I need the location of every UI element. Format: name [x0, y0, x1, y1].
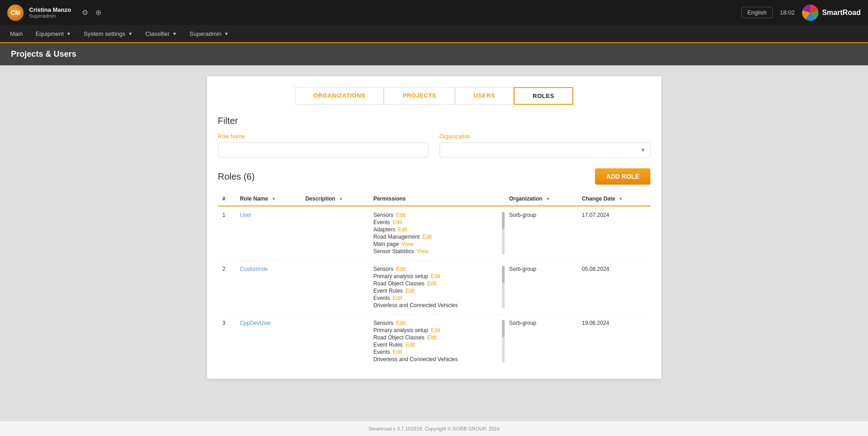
row-change-date: 17.07.2024: [577, 206, 650, 260]
permission-item: Road Object ClassesEdit: [373, 334, 500, 341]
permission-name: Road Object Classes: [373, 280, 425, 287]
top-bar-left: CM Cristina Manzo Superadmin ⚙ ⊕: [7, 5, 103, 21]
permission-item: AdaptersEdit: [373, 226, 500, 233]
table-body: 1UserSensorsEditEventsEditAdaptersEditRo…: [218, 206, 650, 368]
add-role-button[interactable]: ADD ROLE: [595, 168, 650, 185]
role-name-link[interactable]: Customrole: [240, 266, 268, 272]
nav-item-classifier[interactable]: Classifier ▼: [139, 24, 183, 43]
permission-item: Event RulesEdit: [373, 342, 500, 348]
row-number: 1: [218, 206, 236, 260]
permission-name: Primary analysis setup: [373, 327, 428, 333]
nav-item-superadmin[interactable]: Superadmin ▼: [183, 24, 235, 43]
col-organization[interactable]: Organization ▼: [505, 192, 577, 206]
permission-action: View: [417, 248, 428, 255]
role-name-link[interactable]: User: [240, 212, 251, 218]
col-description[interactable]: Description ▼: [301, 192, 369, 206]
role-name-input[interactable]: [218, 142, 429, 157]
permission-name: Event Rules: [373, 288, 403, 294]
permission-action: Edit: [398, 226, 407, 233]
top-bar-icons: ⚙ ⊕: [80, 6, 103, 19]
permission-item: Sensor StatisticsView: [373, 248, 500, 255]
permission-item: Primary analysis setupEdit: [373, 327, 500, 333]
permission-action: Edit: [393, 295, 402, 301]
permission-action: Edit: [396, 212, 406, 218]
organization-select-wrap: ▼: [440, 142, 650, 157]
filter-section: Filter Role Name Organization ▼: [218, 116, 650, 157]
top-bar-right: English 18:02 SmartRoad: [741, 5, 861, 21]
nav-item-system-settings[interactable]: System settings ▼: [77, 24, 139, 43]
row-organization: Sorb-group: [505, 260, 577, 314]
row-change-date: 19.06.2024: [577, 314, 650, 368]
chevron-down-icon: ▼: [224, 31, 228, 36]
row-description: [301, 206, 369, 260]
permission-action: Edit: [431, 273, 441, 279]
permission-item: SensorsEdit: [373, 212, 500, 218]
permission-name: Events: [373, 295, 390, 301]
sort-icon: ▼: [619, 196, 623, 201]
permission-name: Sensors: [373, 266, 393, 272]
permission-action: Edit: [422, 234, 432, 240]
permission-name: Event Rules: [373, 342, 403, 348]
time-display: 18:02: [780, 9, 795, 16]
footer-text: Smartroad v 3.7.103319. Copyright © SORB…: [368, 426, 500, 431]
tab-projects[interactable]: PROJECTS: [384, 87, 455, 105]
scroll-indicator: [502, 320, 505, 363]
permission-name: Driverless and Connected Vehicles: [373, 302, 458, 309]
organization-filter-group: Organization ▼: [440, 133, 650, 157]
scroll-thumb: [502, 266, 505, 283]
brand-name: SmartRoad: [822, 9, 861, 17]
add-icon[interactable]: ⊕: [94, 6, 103, 19]
row-number: 3: [218, 314, 236, 368]
permission-name: Road Object Classes: [373, 334, 425, 341]
filter-title: Filter: [218, 116, 650, 126]
page-header: Projects & Users: [0, 43, 868, 65]
permission-action: Edit: [393, 219, 402, 225]
permission-action: Edit: [406, 288, 415, 294]
permission-name: Road Management: [373, 234, 420, 240]
scroll-indicator: [502, 212, 505, 255]
tab-roles[interactable]: ROLES: [514, 87, 573, 105]
col-number: #: [218, 192, 236, 206]
col-role-name[interactable]: Role Name ▼: [235, 192, 301, 206]
chevron-down-icon: ▼: [128, 31, 133, 36]
settings-icon[interactable]: ⚙: [80, 6, 90, 19]
user-role: Superadmin: [29, 13, 71, 19]
permission-name: Sensor Statistics: [373, 248, 414, 255]
permission-action: Edit: [427, 334, 437, 341]
permission-item: EventsEdit: [373, 295, 500, 301]
language-button[interactable]: English: [741, 7, 773, 18]
permission-name: Main page: [373, 241, 399, 247]
nav-item-main[interactable]: Main: [4, 24, 29, 43]
user-info: Cristina Manzo Superadmin: [29, 6, 71, 19]
permission-name: Primary analysis setup: [373, 273, 428, 279]
permission-action: View: [402, 241, 413, 247]
row-role-name: User: [235, 206, 301, 260]
row-permissions: SensorsEditEventsEditAdaptersEditRoad Ma…: [369, 206, 505, 260]
permission-item: Driverless and Connected Vehicles: [373, 356, 500, 363]
col-change-date[interactable]: Change Date ▼: [577, 192, 650, 206]
organization-select[interactable]: [440, 142, 650, 157]
permission-item: Driverless and Connected Vehicles: [373, 302, 500, 309]
row-number: 2: [218, 260, 236, 314]
nav-item-equipment[interactable]: Equipment ▼: [29, 24, 77, 43]
permission-name: Driverless and Connected Vehicles: [373, 356, 458, 363]
table-header: # Role Name ▼ Description ▼ Permissions …: [218, 192, 650, 206]
permission-item: Main pageView: [373, 241, 500, 247]
chevron-down-icon: ▼: [172, 31, 177, 36]
permission-item: Road ManagementEdit: [373, 234, 500, 240]
tab-users[interactable]: USERS: [455, 87, 514, 105]
permission-name: Events: [373, 349, 390, 355]
tab-organizations[interactable]: ORGANIZATIONS: [295, 87, 384, 105]
row-role-name: Customrole: [235, 260, 301, 314]
permission-action: Edit: [431, 327, 441, 333]
role-name-link[interactable]: CppDevUser: [240, 320, 271, 326]
filter-row: Role Name Organization ▼: [218, 133, 650, 157]
content-card: ORGANIZATIONS PROJECTS USERS ROLES Filte…: [207, 76, 661, 379]
permission-action: Edit: [393, 349, 402, 355]
table-row: 3CppDevUserSensorsEditPrimary analysis s…: [218, 314, 650, 368]
permission-name: Sensors: [373, 320, 393, 326]
table-row: 2CustomroleSensorsEditPrimary analysis s…: [218, 260, 650, 314]
footer: Smartroad v 3.7.103319. Copyright © SORB…: [0, 421, 868, 436]
table-row: 1UserSensorsEditEventsEditAdaptersEditRo…: [218, 206, 650, 260]
role-name-label: Role Name: [218, 133, 429, 140]
